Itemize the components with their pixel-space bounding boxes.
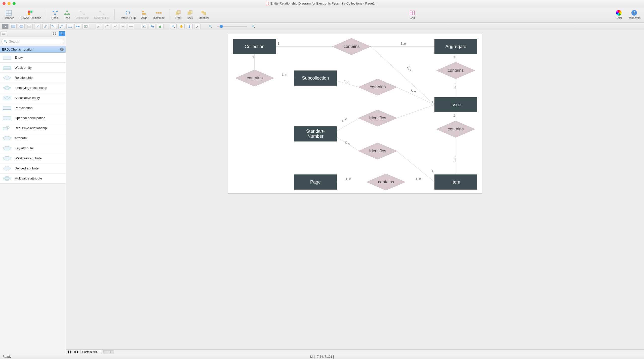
connector4-tool[interactable] (58, 24, 65, 29)
svg-point-73 (3, 136, 11, 140)
maximize-window-button[interactable] (13, 2, 16, 5)
connector1-tool[interactable] (34, 24, 41, 29)
zoom-out-button[interactable]: 🔍 (207, 24, 214, 29)
stencil-item[interactable]: Derived attribute (0, 163, 66, 173)
chain-button[interactable]: Chain (50, 10, 60, 20)
rel-collection-subcollection-contains[interactable]: contains (235, 70, 274, 86)
stamp-tool[interactable] (186, 24, 193, 29)
entity-aggregate[interactable]: Aggregate (434, 39, 477, 54)
reverse-link-button[interactable]: Reverse link (93, 10, 111, 20)
stencil-item[interactable]: Key attribute (0, 143, 66, 153)
minimize-window-button[interactable] (8, 2, 11, 5)
stencil-item[interactable]: Associative entity (0, 93, 66, 103)
insert-tool[interactable] (83, 24, 89, 29)
entity-page[interactable]: Page (294, 174, 337, 190)
entity-collection[interactable]: Collection (233, 39, 276, 54)
title-bar: Entity Relationship Diagram for Electron… (0, 0, 644, 7)
entity-item[interactable]: Item (434, 174, 477, 190)
rel-stdnum-issue-identifies[interactable]: Identifies (358, 110, 397, 126)
rel-issue-item-contains[interactable]: contains (436, 121, 475, 137)
connector3-tool[interactable] (50, 24, 57, 29)
connector2-tool[interactable] (42, 24, 49, 29)
rel-stdnum-item-identifies[interactable]: Identifies (358, 143, 397, 159)
arc-tool[interactable] (104, 24, 110, 29)
libraries-button[interactable]: Libraries (2, 10, 16, 20)
lock-tool[interactable] (157, 24, 164, 29)
prev-page-icon[interactable]: ◀ (73, 350, 75, 353)
mirror-h-tool[interactable] (120, 24, 126, 29)
svg-rect-29 (188, 12, 191, 15)
connector6-tool[interactable] (74, 24, 81, 29)
group-tool[interactable] (141, 24, 147, 29)
card-label: 1 (277, 42, 279, 45)
view-mode-3[interactable] (110, 350, 114, 353)
line-tool[interactable] (96, 24, 102, 29)
eyedropper-tool[interactable] (194, 24, 201, 29)
connector5-tool[interactable] (66, 24, 73, 29)
entity-issue[interactable]: Issue (434, 97, 477, 112)
stencil-item[interactable]: Relationship (0, 73, 66, 83)
spline-tool[interactable] (112, 24, 118, 29)
sidebar-mode-search[interactable]: 🔍 (59, 31, 65, 36)
pointer-tool[interactable]: ➤ (2, 24, 9, 29)
pause-icon[interactable]: ❚❚ (67, 350, 72, 353)
svg-rect-18 (103, 14, 104, 15)
zoom-select[interactable]: Custom 79% (80, 350, 102, 354)
color-button[interactable]: Color (614, 10, 624, 20)
zoom-slider[interactable] (217, 26, 247, 27)
align-button[interactable]: Align (140, 10, 149, 20)
browse-solutions-button[interactable]: Browse Solutions (18, 10, 43, 20)
stencil-shape-icon (3, 135, 12, 141)
stencil-item[interactable]: Weak key attribute (0, 153, 66, 163)
zoom-tool[interactable]: 🔍 (170, 24, 177, 29)
tree-button[interactable]: Tree (63, 10, 72, 20)
sidebar-mode-list[interactable] (1, 31, 7, 36)
text-tool[interactable] (26, 24, 33, 29)
view-mode-1[interactable] (103, 350, 107, 353)
entity-standart-number[interactable]: Standart-Number (294, 126, 337, 141)
stencil-item[interactable]: Participation (0, 103, 66, 113)
identical-button[interactable]: Identical (197, 10, 211, 20)
distribute-button[interactable]: Distribute (151, 10, 166, 20)
zoom-in-button[interactable]: 🔍 (250, 24, 257, 29)
front-button[interactable]: Front (173, 10, 183, 20)
close-window-button[interactable] (3, 2, 6, 5)
stencil-item[interactable]: Entity (0, 53, 66, 63)
title-dropdown-icon[interactable]: ⌄ (376, 2, 378, 5)
stencil-item[interactable]: Identifying relationship (0, 83, 66, 93)
svg-rect-6 (28, 13, 30, 15)
svg-rect-7 (30, 13, 32, 15)
pan-tool[interactable]: ✋ (178, 24, 185, 29)
rect-tool[interactable] (10, 24, 17, 29)
sidebar-mode-grid[interactable] (52, 31, 58, 36)
rotate-flip-button[interactable]: Rotate & Flip (118, 10, 137, 20)
stencil-item[interactable]: Attribute (0, 133, 66, 143)
canvas[interactable]: Collection Aggregate Subcollection Issue… (66, 30, 644, 349)
next-page-icon[interactable]: ▶ (77, 350, 79, 353)
back-button[interactable]: Back (185, 10, 194, 20)
view-mode-2[interactable] (107, 350, 110, 353)
search-input[interactable]: 🔍 Search (2, 39, 64, 44)
stencil-item[interactable]: Optional participation (0, 113, 66, 123)
inspectors-button[interactable]: iInspectors (626, 10, 642, 20)
close-library-icon[interactable]: ✕ (60, 48, 64, 51)
grid-button[interactable]: Grid (408, 10, 417, 20)
stencil-item[interactable]: Recursive relationship (0, 123, 66, 133)
stencil-item[interactable]: Weak entity (0, 63, 66, 73)
svg-rect-60 (3, 56, 11, 59)
stencil-item[interactable]: Multivalue attribute (0, 173, 66, 184)
rel-aggregate-issue-contains[interactable]: contains (436, 62, 475, 79)
rel-subcollection-issue-contains[interactable]: contains (358, 79, 397, 95)
delete-link-button[interactable]: Delete link (74, 10, 90, 20)
entity-subcollection[interactable]: Subcollection (294, 70, 337, 86)
mirror-v-tool[interactable] (128, 24, 134, 29)
svg-marker-19 (126, 14, 127, 15)
rel-collection-aggregate-contains[interactable]: contains (332, 38, 371, 55)
svg-rect-42 (71, 27, 72, 28)
stencil-heading[interactable]: ERD, Chen's notation ✕ (0, 46, 66, 53)
page[interactable]: Collection Aggregate Subcollection Issue… (228, 34, 482, 194)
svg-rect-37 (28, 25, 31, 28)
rel-page-item-contains[interactable]: contains (367, 174, 405, 190)
ellipse-tool[interactable] (18, 24, 25, 29)
ungroup-tool[interactable] (149, 24, 155, 29)
